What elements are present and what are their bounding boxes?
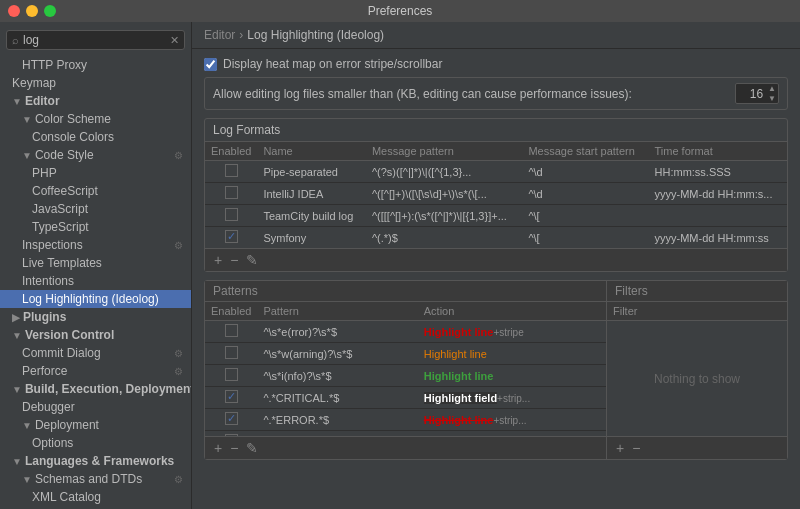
patterns-filters-section: Patterns Enabled Pattern Action <box>204 280 788 460</box>
spinbox-input[interactable]: 16 <box>736 86 766 102</box>
checkbox-icon[interactable] <box>225 164 238 177</box>
spinbox-down-icon[interactable]: ▼ <box>766 94 778 104</box>
pat-col-action: Action <box>418 302 606 321</box>
add-pattern-button[interactable]: + <box>211 440 225 456</box>
sidebar-item-http-proxy[interactable]: HTTP Proxy <box>0 56 191 74</box>
sidebar-item-label: XML Catalog <box>32 490 101 504</box>
sidebar-item-php[interactable]: PHP <box>0 164 191 182</box>
spinbox-up-icon[interactable]: ▲ <box>766 84 778 94</box>
patterns-toolbar: + − ✎ <box>205 436 606 459</box>
sidebar-item-plugins[interactable]: ▶ Plugins <box>0 308 191 326</box>
sidebar-item-typescript[interactable]: TypeScript <box>0 218 191 236</box>
sidebar-item-code-style[interactable]: ▼ Code Style ⚙ <box>0 146 191 164</box>
sidebar-item-label: Live Templates <box>22 256 102 270</box>
expand-arrow-icon: ▼ <box>12 330 22 341</box>
sidebar-item-debugger[interactable]: Debugger <box>0 398 191 416</box>
checkbox-icon[interactable] <box>225 324 238 337</box>
checkbox-icon[interactable] <box>225 346 238 359</box>
pat-pattern: ^\s*e(rror)?\s*$ <box>257 321 417 343</box>
sidebar-item-label: Build, Execution, Deployment <box>25 382 192 396</box>
table-row[interactable]: ^\s*e(rror)?\s*$ Highlight line+stripe <box>205 321 606 343</box>
sidebar-item-languages[interactable]: ▼ Languages & Frameworks <box>0 452 191 470</box>
sidebar: ⌕ ✕ HTTP Proxy Keymap ▼ Editor ▼ Color S… <box>0 22 192 509</box>
remove-button[interactable]: − <box>227 252 241 268</box>
checkbox-icon[interactable] <box>225 368 238 381</box>
sidebar-item-label: Options <box>32 436 73 450</box>
minimize-button[interactable] <box>26 5 38 17</box>
remove-filter-button[interactable]: − <box>629 440 643 456</box>
clear-search-icon[interactable]: ✕ <box>170 34 179 47</box>
expand-arrow-icon: ▼ <box>22 114 32 125</box>
sidebar-item-schemas-dtds[interactable]: ▼ Schemas and DTDs ⚙ <box>0 470 191 488</box>
nothing-to-show: Nothing to show <box>607 321 787 436</box>
sidebar-item-xml-catalog[interactable]: XML Catalog <box>0 488 191 506</box>
sidebar-item-label: Languages & Frameworks <box>25 454 174 468</box>
sidebar-item-javascript[interactable]: JavaScript <box>0 200 191 218</box>
sidebar-item-intentions[interactable]: Intentions <box>0 272 191 290</box>
sidebar-item-color-scheme[interactable]: ▼ Color Scheme <box>0 110 191 128</box>
checkbox-icon[interactable] <box>225 412 238 425</box>
table-row[interactable]: ^.*ERROR.*$ Highlight line+strip... <box>205 409 606 431</box>
checkbox-icon[interactable] <box>225 390 238 403</box>
sidebar-item-options[interactable]: Options <box>0 434 191 452</box>
expand-arrow-icon: ▶ <box>12 312 20 323</box>
sidebar-item-commit-dialog[interactable]: Commit Dialog ⚙ <box>0 344 191 362</box>
search-input[interactable] <box>23 33 166 47</box>
patterns-header: Patterns <box>205 281 606 302</box>
checkbox-icon[interactable] <box>225 186 238 199</box>
spinbox[interactable]: 16 ▲ ▼ <box>735 83 779 104</box>
table-row[interactable]: ^.*CRITICAL.*$ Highlight field+strip... <box>205 387 606 409</box>
table-row[interactable]: ^\s*i(nfo)?\s*$ Highlight line <box>205 365 606 387</box>
allow-editing-label: Allow editing log files smaller than (KB… <box>213 87 632 101</box>
sidebar-item-deployment[interactable]: ▼ Deployment <box>0 416 191 434</box>
sidebar-item-coffeescript[interactable]: CoffeeScript <box>0 182 191 200</box>
sidebar-item-log-highlighting[interactable]: Log Highlighting (Ideolog) <box>0 290 191 308</box>
sidebar-item-label: Console Colors <box>32 130 114 144</box>
edit-button[interactable]: ✎ <box>243 252 261 268</box>
add-filter-button[interactable]: + <box>613 440 627 456</box>
close-button[interactable] <box>8 5 20 17</box>
sidebar-item-perforce[interactable]: Perforce ⚙ <box>0 362 191 380</box>
checkbox-icon[interactable] <box>225 434 238 436</box>
sidebar-item-version-control[interactable]: ▼ Version Control <box>0 326 191 344</box>
sidebar-item-editor[interactable]: ▼ Editor <box>0 92 191 110</box>
heatmap-row[interactable]: Display heat map on error stripe/scrollb… <box>204 57 788 71</box>
sidebar-item-label: Deployment <box>35 418 99 432</box>
patterns-table: Enabled Pattern Action ^\s*e(rror)?\s*$ … <box>205 302 606 436</box>
col-name: Name <box>257 142 366 161</box>
table-row[interactable]: Pipe-separated ^(?s)([^|]*)\|([^{1,3}...… <box>205 161 787 183</box>
sidebar-item-live-templates[interactable]: Live Templates <box>0 254 191 272</box>
checkbox-icon[interactable] <box>225 230 238 243</box>
content-area: Editor › Log Highlighting (Ideolog) Disp… <box>192 22 800 509</box>
table-row[interactable]: Symfony ^(.*)$ ^\[ yyyy-MM-dd HH:mm:ss <box>205 227 787 249</box>
remove-pattern-button[interactable]: − <box>227 440 241 456</box>
maximize-button[interactable] <box>44 5 56 17</box>
sidebar-item-label: Plugins <box>23 310 66 324</box>
window-controls[interactable] <box>8 5 56 17</box>
sidebar-item-inspections[interactable]: Inspections ⚙ <box>0 236 191 254</box>
log-formats-title: Log Formats <box>205 119 787 142</box>
spinbox-buttons[interactable]: ▲ ▼ <box>766 84 778 103</box>
gear-icon: ⚙ <box>174 150 183 161</box>
table-row[interactable]: IntelliJ IDEA ^([^[]+)\([\[\s\d]+\)\s*(\… <box>205 183 787 205</box>
gear-icon: ⚙ <box>174 366 183 377</box>
sidebar-item-build-execution[interactable]: ▼ Build, Execution, Deployment <box>0 380 191 398</box>
row-time <box>649 205 787 227</box>
expand-arrow-icon: ▼ <box>12 96 22 107</box>
content-body: Display heat map on error stripe/scrollb… <box>192 49 800 509</box>
main-area: ⌕ ✕ HTTP Proxy Keymap ▼ Editor ▼ Color S… <box>0 22 800 509</box>
checkbox-icon[interactable] <box>225 208 238 221</box>
edit-pattern-button[interactable]: ✎ <box>243 440 261 456</box>
sidebar-item-label: Debugger <box>22 400 75 414</box>
table-row[interactable]: ^\s*w(arning)?\s*$ Highlight line <box>205 343 606 365</box>
sidebar-item-console-colors[interactable]: Console Colors <box>0 128 191 146</box>
sidebar-item-keymap[interactable]: Keymap <box>0 74 191 92</box>
row-msg-pattern: ^(?s)([^|]*)\|([^{1,3}... <box>366 161 523 183</box>
expand-arrow-icon: ▼ <box>12 384 22 395</box>
search-box[interactable]: ⌕ ✕ <box>6 30 185 50</box>
sidebar-item-label: Color Scheme <box>35 112 111 126</box>
table-row[interactable]: TeamCity build log ^([[[^[]+):(\s*([^|]*… <box>205 205 787 227</box>
sidebar-item-label: Version Control <box>25 328 114 342</box>
heatmap-checkbox[interactable] <box>204 58 217 71</box>
add-button[interactable]: + <box>211 252 225 268</box>
